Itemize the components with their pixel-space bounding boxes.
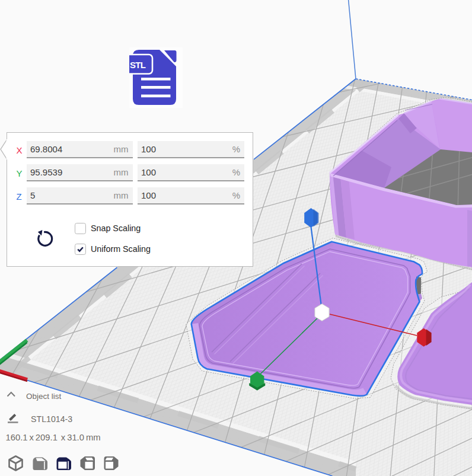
svg-text:STL: STL xyxy=(130,60,146,70)
